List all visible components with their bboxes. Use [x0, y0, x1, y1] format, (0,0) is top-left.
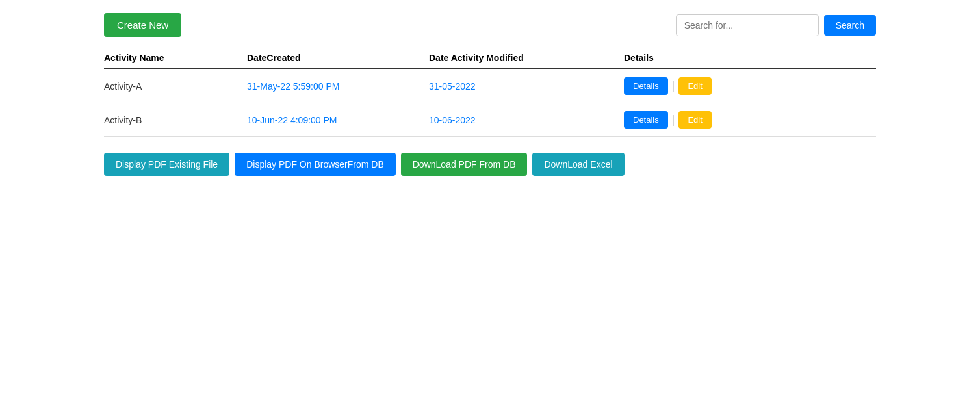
top-bar: Create New Search [104, 13, 876, 37]
actions-cell: Details | Edit [624, 103, 876, 137]
page-container: Create New Search Activity Name DateCrea… [0, 0, 980, 189]
search-input[interactable] [676, 14, 819, 36]
date-created-link[interactable]: 31-May-22 5:59:00 PM [247, 81, 339, 92]
download-excel-button[interactable]: DownLoad Excel [532, 153, 624, 176]
date-created-cell: 10-Jun-22 4:09:00 PM [247, 103, 429, 137]
edit-button-row0[interactable]: Edit [678, 77, 711, 95]
date-modified-cell: 31-05-2022 [429, 69, 624, 103]
details-button-row0[interactable]: Details [624, 77, 668, 95]
bottom-buttons: Display PDF Existing File Display PDF On… [104, 153, 876, 176]
col-header-activity-name: Activity Name [104, 47, 247, 69]
activity-name-cell: Activity-A [104, 69, 247, 103]
date-created-link[interactable]: 10-Jun-22 4:09:00 PM [247, 115, 337, 125]
search-area: Search [676, 14, 876, 36]
search-button[interactable]: Search [824, 15, 876, 36]
actions-cell: Details | Edit [624, 69, 876, 103]
edit-button-row1[interactable]: Edit [678, 111, 711, 129]
date-modified-cell: 10-06-2022 [429, 103, 624, 137]
separator: | [672, 113, 675, 127]
date-modified-link[interactable]: 10-06-2022 [429, 115, 476, 125]
table-row: Activity-A 31-May-22 5:59:00 PM 31-05-20… [104, 69, 876, 103]
separator: | [672, 79, 675, 93]
download-pdf-button[interactable]: DownLoad PDF From DB [401, 153, 528, 176]
col-header-date-created: DateCreated [247, 47, 429, 69]
col-header-date-modified: Date Activity Modified [429, 47, 624, 69]
display-pdf-browser-button[interactable]: Display PDF On BrowserFrom DB [235, 153, 396, 176]
table-body: Activity-A 31-May-22 5:59:00 PM 31-05-20… [104, 69, 876, 137]
create-new-button[interactable]: Create New [104, 13, 181, 37]
col-header-details: Details [624, 47, 876, 69]
date-modified-link[interactable]: 31-05-2022 [429, 81, 476, 92]
details-button-row1[interactable]: Details [624, 111, 668, 129]
display-pdf-existing-button[interactable]: Display PDF Existing File [104, 153, 229, 176]
table-row: Activity-B 10-Jun-22 4:09:00 PM 10-06-20… [104, 103, 876, 137]
activity-table: Activity Name DateCreated Date Activity … [104, 47, 876, 137]
table-header: Activity Name DateCreated Date Activity … [104, 47, 876, 69]
activity-name-cell: Activity-B [104, 103, 247, 137]
date-created-cell: 31-May-22 5:59:00 PM [247, 69, 429, 103]
